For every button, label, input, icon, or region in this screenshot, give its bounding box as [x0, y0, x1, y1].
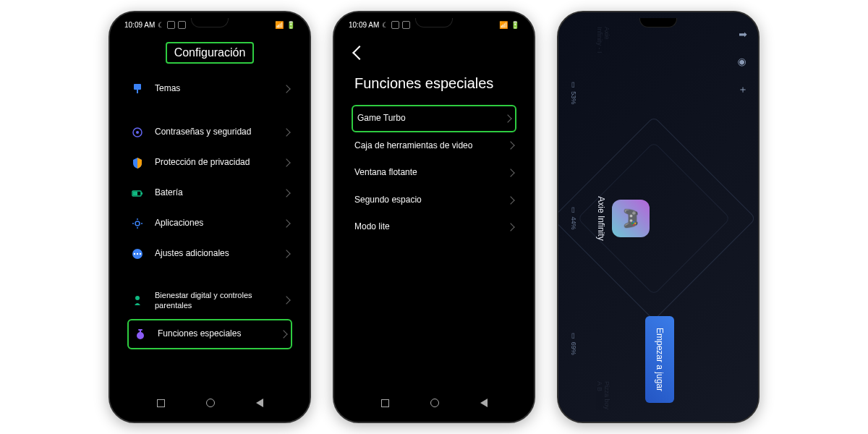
gt-app-card-left[interactable]: Axie Infinity - I [596, 27, 712, 56]
status-time: 10:09 AM [349, 21, 379, 29]
battery-icon: 🔋 [286, 21, 295, 29]
status-icon [178, 21, 186, 29]
status-icon [391, 21, 399, 29]
nav-home[interactable] [206, 399, 215, 407]
svg-point-7 [135, 221, 140, 226]
nav-back[interactable] [480, 399, 488, 407]
back-button[interactable] [352, 36, 516, 65]
chevron-right-icon [282, 85, 290, 93]
add-icon[interactable]: ＋ [735, 82, 751, 98]
row-label: Modo lite [354, 221, 498, 233]
status-time: 10:09 AM [124, 21, 155, 29]
chevron-right-icon [282, 219, 290, 227]
more-icon [130, 247, 145, 261]
nav-bar [339, 391, 529, 417]
row-label: Bienestar digital y controles parentales [155, 290, 273, 311]
phone-game-turbo: ⬆ ◉ ＋ Empezar a jugar Axie Infinity - I … [557, 11, 760, 423]
play-button[interactable]: Empezar a jugar [645, 316, 674, 403]
nav-recents[interactable] [381, 399, 389, 407]
stat-value: 53% [570, 91, 577, 104]
settings-row-wellbeing[interactable]: Bienestar digital y controles parentales [127, 282, 292, 319]
app-name: Axie Infinity [596, 196, 606, 240]
stat-item: ▭ 69% [570, 333, 577, 355]
play-button-label: Empezar a jugar [655, 328, 665, 391]
page-title: Funciones especiales [352, 65, 516, 105]
gt-app-card-center[interactable]: 🎮 Axie Infinity [596, 179, 712, 258]
special-row-game-turbo[interactable]: Game Turbo [352, 105, 516, 132]
row-label: Batería [155, 187, 273, 199]
special-icon [133, 327, 148, 341]
chevron-right-icon [506, 142, 514, 150]
upload-icon[interactable]: ⬆ [735, 27, 751, 43]
row-label: Ventana flotante [354, 167, 498, 179]
settings-row-privacy[interactable]: Protección de privacidad [127, 148, 292, 178]
nav-home[interactable] [430, 399, 439, 407]
svg-rect-0 [134, 84, 141, 90]
svg-rect-6 [133, 192, 137, 195]
svg-point-17 [137, 332, 144, 339]
phone-special-functions: 10:09 AM ☾ 📶 🔋 Funciones especiales Game… [333, 11, 535, 423]
row-label: Ajustes adicionales [155, 248, 273, 260]
special-row-second-space[interactable]: Segundo espacio [352, 187, 516, 214]
svg-point-14 [137, 253, 138, 255]
special-row-lite-mode[interactable]: Modo lite [352, 213, 516, 241]
row-label: Caja de herramientas de video [354, 140, 498, 152]
row-label: Segundo espacio [354, 195, 498, 206]
chevron-right-icon [282, 158, 290, 166]
app-icon: 🎮 [612, 200, 650, 237]
nav-back[interactable] [256, 399, 263, 407]
special-row-video-toolbox[interactable]: Caja de herramientas de video [352, 132, 516, 160]
battery-icon [130, 186, 145, 200]
arrow-left-icon [352, 46, 367, 60]
nav-recents[interactable] [157, 399, 165, 407]
gear-icon [130, 216, 145, 231]
chevron-right-icon [506, 169, 514, 176]
title-highlight: Configuración [166, 42, 255, 64]
row-label: Contraseñas y seguridad [155, 127, 273, 138]
svg-rect-1 [137, 90, 138, 93]
special-row-floating-window[interactable]: Ventana flotante [352, 159, 516, 187]
settings-row-passwords[interactable]: Contraseñas y seguridad [127, 117, 292, 148]
moon-icon: ☾ [382, 21, 388, 29]
row-label: Temas [155, 83, 273, 95]
settings-row-battery[interactable]: Batería [127, 178, 292, 208]
moon-icon: ☾ [158, 21, 164, 29]
chevron-right-icon [503, 114, 511, 122]
phone-settings: 10:09 AM ☾ 📶 🔋 Configuración Temas [109, 11, 311, 423]
battery-icon: 🔋 [511, 21, 519, 29]
shield-icon [130, 156, 145, 170]
status-bar: 10:09 AM ☾ 📶 🔋 [114, 17, 305, 30]
settings-row-themes[interactable]: Temas [127, 74, 292, 104]
svg-point-13 [134, 253, 135, 255]
chevron-right-icon [282, 297, 290, 305]
svg-point-15 [140, 253, 141, 255]
settings-row-special-functions[interactable]: Funciones especiales [127, 319, 292, 349]
themes-icon [130, 82, 145, 96]
page-title: Configuración [127, 36, 292, 74]
chevron-right-icon [279, 330, 287, 338]
svg-rect-19 [138, 329, 142, 331]
app-name: Pizza boy A B [596, 381, 610, 410]
row-label: Game Turbo [357, 113, 495, 124]
chevron-right-icon [282, 250, 290, 258]
svg-point-16 [135, 296, 140, 300]
chevron-right-icon [282, 128, 290, 136]
settings-row-additional[interactable]: Ajustes adicionales [127, 239, 292, 269]
nav-bar [114, 391, 305, 417]
chevron-right-icon [282, 189, 290, 197]
row-label: Funciones especiales [158, 328, 271, 340]
svg-point-3 [136, 131, 139, 134]
signal-icon: 📶 [275, 21, 284, 29]
lock-icon [130, 125, 145, 140]
record-icon[interactable]: ◉ [735, 54, 751, 70]
app-name: Axie Infinity - I [596, 27, 610, 56]
settings-row-apps[interactable]: Aplicaciones [127, 208, 292, 239]
chevron-right-icon [506, 224, 514, 231]
status-icon [402, 21, 410, 29]
row-label: Aplicaciones [155, 218, 273, 229]
chevron-right-icon [506, 196, 514, 204]
row-label: Protección de privacidad [155, 157, 273, 169]
stat-item: ▭ 53% [570, 82, 577, 104]
status-icon [167, 21, 175, 29]
svg-rect-5 [141, 192, 142, 195]
